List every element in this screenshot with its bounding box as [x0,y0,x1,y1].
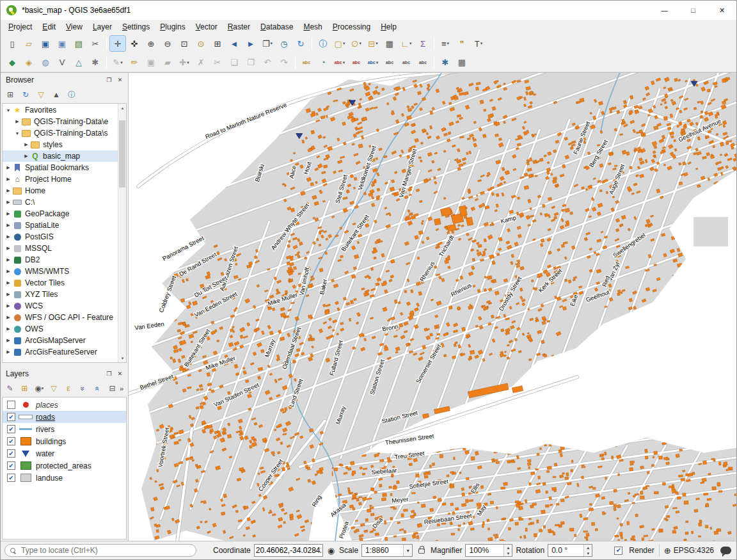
browser-close-icon[interactable]: ✕ [115,75,125,85]
zoom-next-button[interactable]: ► [243,36,258,51]
highlight-pinned-labels-button[interactable]: abc [349,55,364,70]
new-mesh-layer-button[interactable]: △ [71,55,86,70]
change-label-button[interactable]: abc [415,55,431,70]
annotation-options-button[interactable]: ≡▾ [438,36,453,51]
layer-item-protected-areas[interactable]: ✔protected_areas [3,460,126,472]
chevron-down-icon[interactable]: ▼ [403,545,412,556]
pin-labels-button[interactable]: abc▾ [332,55,347,70]
zoom-out-button[interactable]: ⊖ [160,36,175,51]
scale-combo[interactable]: 1:8860 ▼ [361,544,413,557]
layer-checkbox[interactable]: ✔ [7,425,15,433]
layers-toolbar-overflow[interactable]: » [120,385,126,392]
menu-edit[interactable]: Edit [37,21,61,33]
browser-item-basic-map[interactable]: ▶Qbasic_map [3,150,118,162]
browser-item-c[interactable]: ▶C:\ [3,196,118,208]
move-label-button[interactable]: abc [382,55,397,70]
deselect-features-button[interactable]: ∅▾ [349,36,364,51]
menu-layer[interactable]: Layer [88,21,117,33]
chevron-down-icon[interactable]: ▼ [4,108,12,113]
scroll-down-icon[interactable]: ▼ [118,354,127,362]
layer-item-places[interactable]: places [3,399,126,411]
manage-map-themes-button[interactable]: ◉▾ [33,381,46,396]
chevron-down-icon[interactable]: ▾ [376,60,379,65]
chevron-right-icon[interactable]: ▶ [4,234,12,239]
chevron-down-icon[interactable]: ▾ [409,41,412,46]
toggle-extents-icon[interactable]: ◉ [328,546,335,556]
menu-settings[interactable]: Settings [117,21,155,33]
browser-item-project-home[interactable]: ▶⌂Project Home [3,173,118,185]
layer-checkbox[interactable]: ✔ [7,449,15,458]
chevron-right-icon[interactable]: ▶ [4,326,12,332]
collapse-all-button[interactable]: ▲ [49,88,63,102]
filter-by-expression-button[interactable]: ε [61,381,75,396]
chevron-right-icon[interactable]: ▶ [4,200,12,205]
open-attribute-table-button[interactable]: ▦ [382,36,397,51]
chevron-right-icon[interactable]: ▶ [4,223,12,228]
browser-item-wcs[interactable]: ▶WCS [3,300,118,312]
menu-plugins[interactable]: Plugins [155,21,190,33]
browser-item-arcgisfeatureserver[interactable]: ▶ArcGisFeatureServer [3,346,118,358]
chevron-right-icon[interactable]: ▶ [4,246,12,251]
chevron-down-icon[interactable]: ▾ [343,60,345,65]
menu-processing[interactable]: Processing [328,21,376,33]
chevron-right-icon[interactable]: ▶ [4,211,12,216]
layer-item-roads[interactable]: ✔roads [3,411,126,423]
browser-item-geopackage[interactable]: ▶GeoPackage [3,208,118,220]
processing-toolbox-button[interactable]: ✱ [438,55,453,70]
save-project-as-button[interactable]: ▣ [54,36,70,51]
chevron-right-icon[interactable]: ▶ [4,315,12,320]
spin-up-icon[interactable]: ▲ [584,545,592,550]
layers-float-icon[interactable]: ❐ [104,369,115,379]
add-selected-layers-button[interactable]: ⊞ [3,88,17,102]
spin-down-icon[interactable]: ▼ [504,550,512,556]
browser-properties-button[interactable]: ⓘ [65,88,79,102]
zoom-to-selection-button[interactable]: ⊙ [193,36,209,51]
scroll-up-icon[interactable]: ▲ [118,104,127,112]
chevron-right-icon[interactable]: ▶ [4,269,12,274]
locate-box[interactable] [4,544,196,557]
refresh-browser-button[interactable]: ↻ [19,88,33,102]
rotate-label-button[interactable]: abc [399,55,414,70]
magnifier-spinbox[interactable]: 100% ▲▼ [465,544,512,557]
layer-checkbox[interactable]: ✔ [7,413,15,421]
menu-database[interactable]: Database [255,21,298,33]
layer-diagram-options-button[interactable]: ◔ [315,55,331,70]
layer-item-landuse[interactable]: ✔landuse [3,472,126,484]
chevron-right-icon[interactable]: ▶ [22,154,30,159]
chevron-right-icon[interactable]: ▶ [13,119,21,124]
expand-all-button[interactable]: » [76,381,90,396]
map-canvas[interactable]: Road to Marloth Nature ReserveBuirskiAli… [129,73,736,541]
statistical-summary-button[interactable]: Σ [415,36,431,51]
browser-item-ows[interactable]: ▶OWS [3,323,118,335]
chevron-right-icon[interactable]: ▶ [4,165,12,170]
render-checkbox[interactable]: ✔ [614,547,622,555]
text-annotation-button[interactable]: T▾ [471,36,486,51]
browser-item-wms-wmts[interactable]: ▶WMS/WMTS [3,266,118,277]
map-tips-button[interactable]: ❞ [454,36,470,51]
open-project-button[interactable]: ▱ [21,36,36,51]
chevron-down-icon[interactable]: ▾ [376,41,378,46]
browser-item-spatialite[interactable]: ▶SpatiaLite [3,220,118,231]
chevron-right-icon[interactable]: ▶ [4,177,12,182]
new-print-layout-button[interactable]: ▤ [71,36,86,51]
refresh-button[interactable]: ↻ [293,36,308,51]
layers-close-icon[interactable]: ✕ [115,369,125,379]
new-map-view-button[interactable]: ❐▾ [260,36,275,51]
chevron-down-icon[interactable]: ▼ [13,131,21,136]
browser-item-qgis-training-data-e[interactable]: ▶QGIS-Training-Data\e [3,116,118,127]
layer-item-rivers[interactable]: ✔rivers [3,423,126,435]
pan-to-selection-button[interactable]: ✜ [127,36,142,51]
browser-item-postgis[interactable]: ▶PostGIS [3,231,118,243]
menu-project[interactable]: Project [3,21,37,33]
layer-checkbox[interactable]: ✔ [7,474,15,482]
chevron-right-icon[interactable]: ▶ [4,292,12,297]
close-button[interactable]: ✕ [708,1,736,20]
coordinate-input[interactable] [254,544,323,557]
zoom-in-button[interactable]: ⊕ [143,36,159,51]
maximize-button[interactable]: □ [679,1,708,20]
browser-item-favorites[interactable]: ▼★Favorites [3,104,118,116]
chevron-down-icon[interactable]: ▾ [359,41,361,46]
filter-legend-button[interactable]: ▽ [47,381,61,396]
scrollbar-thumb[interactable] [119,120,125,188]
minimize-button[interactable]: — [650,1,679,20]
